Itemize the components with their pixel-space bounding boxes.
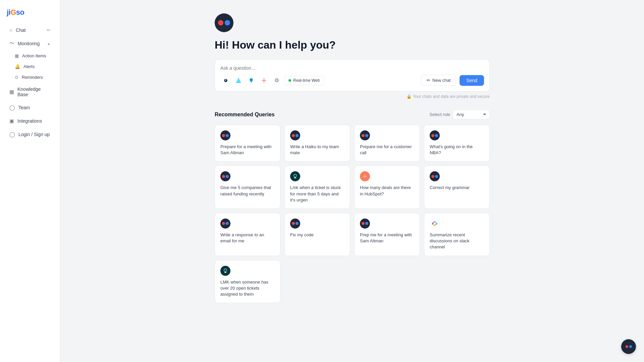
queries-title: Recommended Queries	[215, 112, 275, 118]
query-text: What's going on in the NBA?	[430, 144, 484, 156]
query-text: LMK when someone has over 20 open ticket…	[220, 279, 275, 298]
svg-point-10	[363, 176, 364, 177]
query-card-q6[interactable]: Lmk when a ticket is stuck for more than…	[284, 166, 350, 209]
slack-icon	[430, 219, 440, 229]
new-chat-button[interactable]: ✏ New chat	[421, 75, 456, 86]
query-card-q1[interactable]: Prepare for a meeting with Sam Altman	[215, 125, 280, 162]
query-text: Prepare for a meeting with Sam Altman	[220, 144, 275, 156]
svg-point-18	[433, 224, 434, 225]
azure-tool-icon[interactable]	[233, 75, 244, 86]
svg-point-17	[435, 224, 436, 225]
avatar-dot-red	[218, 20, 223, 25]
sidebar-item-integrations[interactable]: ▣ Integrations	[3, 115, 57, 127]
query-card-q5[interactable]: Give me 5 companies that raised funding …	[215, 166, 280, 209]
input-toolbar: ⚙ Real-time Web ✏ New chat Send	[220, 75, 484, 86]
sidebar-item-knowledge-base[interactable]: ▦ Knowledge Base	[3, 83, 57, 101]
reminders-icon: ⊙	[15, 75, 18, 80]
realtime-web-button[interactable]: Real-time Web	[284, 76, 324, 85]
query-card-q2[interactable]: Write a Haiku to my team mate	[284, 125, 350, 162]
avatar-dot-blue	[225, 20, 230, 25]
sidebar: jiGso ○ Chat ✏ 〜 Monitoring ▲ ▦ Action I…	[0, 0, 60, 362]
query-card-q13[interactable]: LMK when someone has over 20 open ticket…	[215, 260, 280, 303]
svg-point-3	[265, 80, 266, 81]
svg-point-7	[365, 175, 365, 175]
login-icon: ◯	[9, 131, 15, 137]
realtime-dot	[288, 79, 291, 82]
chat-bubble-button[interactable]	[621, 339, 636, 354]
query-card-q11[interactable]: Prep me for a meeting with Sam Altman	[354, 213, 420, 256]
question-input[interactable]	[220, 65, 484, 71]
svg-point-15	[433, 222, 434, 223]
monitoring-subnav: ▦ Action Items 🔔 Alerts ⊙ Reminders	[0, 50, 60, 83]
query-text: Write a response to an email for me	[220, 232, 275, 244]
monitoring-icon: 〜	[9, 40, 14, 47]
new-chat-icon[interactable]: ✏	[47, 27, 51, 33]
knowledge-base-icon: ▦	[9, 89, 14, 95]
salesforce-tool-icon[interactable]	[246, 75, 257, 86]
query-text: Correct my grammar	[430, 185, 484, 191]
main-content: Hi! How can I help you?	[60, 0, 644, 362]
query-text: Write a Haiku to my team mate	[290, 144, 344, 156]
svg-point-16	[435, 222, 436, 223]
svg-marker-0	[236, 78, 241, 82]
query-card-q10[interactable]: Fix my code	[284, 213, 350, 256]
query-text: How many deals are there in HubSpot?	[360, 185, 414, 197]
query-text: Give me 5 companies that raised funding …	[220, 185, 275, 197]
sidebar-item-login[interactable]: ◯ Login / Sign up	[3, 128, 57, 141]
sidebar-item-team[interactable]: ◯ Team	[3, 101, 57, 114]
chat-area: Hi! How can I help you?	[215, 13, 490, 303]
input-tools: ⚙ Real-time Web	[220, 75, 324, 86]
input-actions: ✏ New chat Send	[421, 75, 484, 86]
jigso-icon	[360, 130, 370, 140]
role-select-dropdown[interactable]: Any Sales Support Engineering	[453, 110, 490, 119]
jigso-icon	[220, 171, 230, 181]
integrations-icon: ▣	[9, 118, 14, 124]
jigso-icon	[430, 130, 440, 140]
queries-grid: Prepare for a meeting with Sam Altman Wr…	[215, 125, 490, 303]
svg-rect-14	[434, 225, 436, 226]
team-icon: ◯	[9, 105, 15, 111]
settings-tool-icon[interactable]: ⚙	[271, 75, 282, 86]
query-text: Lmk when a ticket is stuck for more than…	[290, 185, 344, 203]
svg-rect-13	[436, 223, 437, 225]
zendesk-icon	[220, 266, 230, 276]
sidebar-item-chat[interactable]: ○ Chat ✏	[3, 24, 57, 36]
hubspot-tool-icon[interactable]	[259, 75, 269, 86]
jigso-icon	[220, 219, 230, 229]
svg-point-8	[366, 176, 367, 177]
chevron-up-icon: ▲	[47, 42, 51, 46]
hubspot-icon	[360, 171, 370, 181]
greeting-text: Hi! How can I help you?	[215, 39, 490, 51]
jigso-icon	[290, 219, 300, 229]
chat-icon: ○	[9, 27, 12, 33]
zendesk-tool-icon[interactable]	[220, 75, 231, 86]
query-card-q4[interactable]: What's going on in the NBA?	[424, 125, 490, 162]
jigso-icon	[220, 130, 230, 140]
query-text: Prep me for a meeting with Sam Altman	[360, 232, 414, 244]
sidebar-item-alerts[interactable]: 🔔 Alerts	[3, 61, 57, 72]
query-card-q8[interactable]: Correct my grammar	[424, 166, 490, 209]
jigso-icon	[360, 219, 370, 229]
privacy-note: 🔒 Your chats and data are private and se…	[215, 94, 490, 99]
action-items-icon: ▦	[15, 53, 19, 58]
query-card-q3[interactable]: Prepare me for a customer call	[354, 125, 420, 162]
logo: jiGso	[0, 5, 60, 23]
svg-point-6	[364, 176, 366, 177]
sidebar-item-monitoring[interactable]: 〜 Monitoring ▲	[3, 37, 57, 50]
role-label: Select role	[430, 112, 450, 117]
svg-rect-11	[432, 223, 433, 225]
sidebar-item-reminders[interactable]: ⊙ Reminders	[3, 72, 57, 82]
svg-point-4	[264, 82, 265, 83]
query-card-q9[interactable]: Write a response to an email for me	[215, 213, 280, 256]
svg-point-2	[264, 78, 265, 79]
send-button[interactable]: Send	[460, 75, 484, 86]
query-card-q12[interactable]: Summarize recent discussions on slack ch…	[424, 213, 490, 256]
queries-header: Recommended Queries Select role Any Sale…	[215, 110, 490, 119]
query-text: Prepare me for a customer call	[360, 144, 414, 156]
query-text: Fix my code	[290, 232, 344, 238]
alerts-icon: 🔔	[15, 64, 20, 69]
query-card-q7[interactable]: How many deals are there in HubSpot?	[354, 166, 420, 209]
svg-rect-12	[434, 221, 436, 222]
input-box: ⚙ Real-time Web ✏ New chat Send	[215, 59, 490, 92]
sidebar-item-action-items[interactable]: ▦ Action Items	[3, 51, 57, 61]
